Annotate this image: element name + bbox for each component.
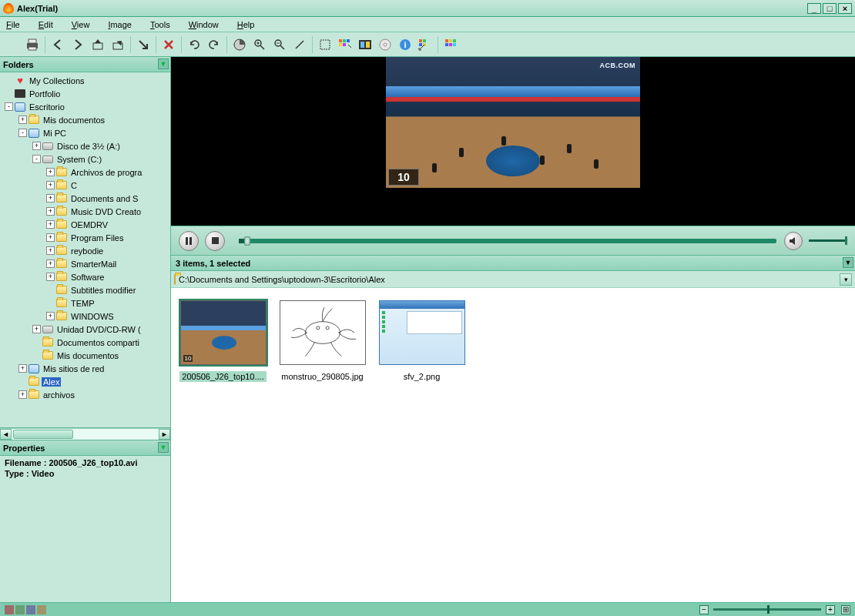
color-patch[interactable] [26,605,35,614]
tree-item[interactable]: Mis documentos [2,349,170,362]
tree-item[interactable]: +Software [2,270,170,283]
collapse-icon[interactable]: - [5,102,13,111]
tree-item[interactable]: +Disco de 3½ (A:) [2,139,170,152]
thumbnail[interactable]: sfv_2.png [377,300,466,382]
thumbnail[interactable]: 10200506_J26_top10.... [179,300,267,382]
tree-item[interactable]: +Program Files [2,231,170,244]
color-patch[interactable] [15,605,25,614]
zoom-fit-button[interactable]: ⊞ [841,605,850,614]
tree-item[interactable]: Documentos comparti [2,336,170,349]
download-icon[interactable] [134,35,153,54]
pause-button[interactable] [179,231,199,251]
menu-tools[interactable]: Tools [150,20,170,29]
color-patch[interactable] [5,605,14,614]
thumbnail[interactable]: monstruo_290805.jpg [278,300,367,382]
undo-icon[interactable] [185,35,203,54]
expand-icon[interactable]: + [46,220,55,229]
tree-item[interactable]: +Archivos de progra [2,166,170,179]
seek-handle[interactable] [244,236,250,246]
menu-edit[interactable]: Edit [39,20,53,29]
path-dropdown-icon[interactable]: ▾ [840,273,852,286]
zoom-in-button[interactable]: + [826,605,835,614]
expand-icon[interactable]: + [46,168,55,176]
disc-icon[interactable] [376,35,394,54]
close-button[interactable]: × [838,3,852,14]
zoom-in-icon[interactable] [250,35,269,54]
scroll-right-icon[interactable]: ► [159,429,170,440]
tree-item[interactable]: +OEMDRV [2,218,170,231]
print-icon[interactable] [23,35,42,54]
tree-item[interactable]: ♥My Collections [2,74,170,87]
menu-view[interactable]: View [72,20,90,29]
expand-icon[interactable]: + [46,246,55,255]
tree-hscrollbar[interactable]: ◄ ► [0,428,170,440]
film-icon[interactable] [356,35,374,54]
menu-image[interactable]: Image [108,20,132,29]
volume-handle[interactable] [845,236,847,245]
maximize-button[interactable]: □ [823,3,837,14]
tree-item[interactable]: +Mis documentos [2,113,170,126]
forward-icon[interactable] [69,35,87,54]
zoom-track[interactable] [713,608,821,611]
expand-icon[interactable]: + [46,312,55,320]
expand-icon[interactable]: + [32,142,41,150]
zoom-handle[interactable] [767,605,770,614]
pie-icon[interactable] [230,35,249,54]
tree-item[interactable]: +Music DVD Creato [2,205,170,218]
wand-icon[interactable] [290,35,309,54]
expand-icon[interactable]: + [46,273,55,281]
palette-icon[interactable] [336,35,354,54]
stop-button[interactable] [205,231,225,251]
scroll-left-icon[interactable]: ◄ [0,429,12,440]
expand-icon[interactable]: + [18,116,27,124]
tree-item[interactable]: -Escritorio [2,100,170,113]
expand-icon[interactable]: + [46,233,55,242]
up-icon[interactable] [89,35,107,54]
expand-icon[interactable]: + [46,207,55,216]
volume-slider[interactable] [809,239,847,242]
menu-file[interactable]: File [6,20,20,29]
expand-icon[interactable]: + [46,194,55,203]
volume-icon[interactable] [784,232,803,250]
tree-item[interactable]: +reybodie [2,244,170,257]
properties-dropdown-icon[interactable]: ▼ [158,442,169,453]
expand-icon[interactable]: + [18,364,27,373]
back-icon[interactable] [49,35,67,54]
expand-icon[interactable]: + [46,259,55,268]
burn-icon[interactable] [3,35,22,54]
status-dropdown-icon[interactable]: ▼ [843,257,853,268]
zoom-out-button[interactable]: − [699,605,709,614]
tree-item[interactable]: TEMP [2,296,170,310]
collapse-icon[interactable]: - [18,129,27,137]
tree-item[interactable]: +Documents and S [2,192,170,205]
tree-item[interactable]: Alex [2,375,170,388]
expand-icon[interactable]: + [18,390,27,399]
thumbnail-area[interactable]: 10200506_J26_top10....monstruo_290805.jp… [171,288,855,602]
color-patch[interactable] [37,605,46,614]
expand-icon[interactable]: + [46,181,55,189]
menu-help[interactable]: Help [237,20,255,29]
tree-item[interactable]: -System (C:) [2,152,170,166]
expand-icon[interactable]: + [32,325,41,333]
folders-dropdown-icon[interactable]: ▼ [158,59,169,69]
delete-icon[interactable] [159,35,178,54]
tree-item[interactable]: Subtitles modifier [2,283,170,296]
tree-item[interactable]: +Unidad DVD/CD-RW ( [2,323,170,336]
tree-item[interactable]: +WINDOWS [2,310,170,323]
minimize-button[interactable]: _ [807,3,821,14]
zoom-out-icon[interactable] [270,35,289,54]
collapse-icon[interactable]: - [32,155,41,163]
tree-item[interactable]: +C [2,179,170,192]
export-icon[interactable] [109,35,127,54]
tree-item[interactable]: +Mis sitios de red [2,362,170,375]
menu-window[interactable]: Window [189,20,219,29]
tree-item[interactable]: +archivos [2,388,170,401]
folder-tree[interactable]: ♥My CollectionsPortfolio-Escritorio+Mis … [0,72,170,428]
info-icon[interactable]: i [396,35,414,54]
tree-item[interactable]: +SmarterMail [2,257,170,270]
tree-item[interactable]: Portfolio [2,87,170,100]
grid-icon[interactable] [441,35,460,54]
select-icon[interactable] [316,35,334,54]
tree-item[interactable]: -Mi PC [2,126,170,139]
scroll-track[interactable] [12,429,159,440]
